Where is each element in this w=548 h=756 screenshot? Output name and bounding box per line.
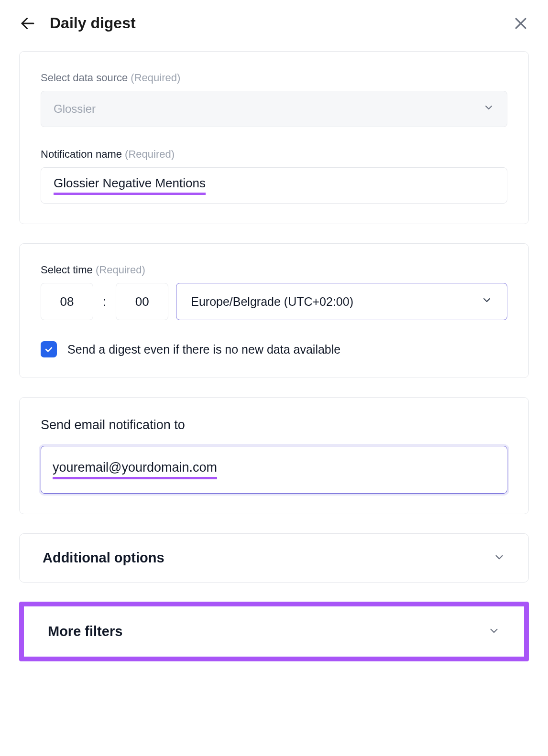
time-row: 08 : 00 Europe/Belgrade (UTC+02:00) (41, 283, 507, 320)
more-filters-toggle[interactable]: More filters (25, 607, 523, 656)
digest-checkbox-label: Send a digest even if there is no new da… (67, 343, 340, 356)
select-time-label: Select time (41, 264, 93, 276)
chevron-down-icon (481, 294, 493, 309)
notification-name-label-row: Notification name (Required) (41, 148, 507, 161)
data-source-select[interactable]: Glossier (41, 91, 507, 127)
hour-input[interactable]: 08 (41, 283, 93, 320)
header-left: Daily digest (19, 14, 136, 32)
more-filters-highlight: More filters (19, 602, 529, 661)
digest-checkbox-row: Send a digest even if there is no new da… (41, 341, 507, 357)
chevron-down-icon (493, 551, 505, 565)
timezone-value: Europe/Belgrade (UTC+02:00) (191, 295, 353, 309)
hour-value: 08 (60, 294, 74, 309)
chevron-down-icon (483, 102, 494, 116)
data-source-label: Select data source (41, 72, 128, 84)
notification-name-required: (Required) (125, 148, 175, 160)
chevron-down-icon (488, 625, 500, 639)
notification-name-value: Glossier Negative Mentions (54, 176, 206, 195)
digest-checkbox[interactable] (41, 341, 57, 357)
data-source-value: Glossier (54, 102, 96, 116)
back-arrow-icon[interactable] (19, 15, 36, 32)
minute-value: 00 (135, 294, 149, 309)
additional-options-label: Additional options (43, 550, 164, 566)
select-time-label-row: Select time (Required) (41, 264, 507, 276)
notification-name-label: Notification name (41, 148, 122, 160)
select-time-required: (Required) (96, 264, 145, 276)
data-source-required: (Required) (131, 72, 180, 84)
card-data-source: Select data source (Required) Glossier N… (19, 51, 529, 224)
data-source-label-row: Select data source (Required) (41, 72, 507, 84)
more-filters-label: More filters (48, 624, 122, 639)
email-label: Send email notification to (41, 418, 507, 432)
header: Daily digest (19, 14, 529, 32)
notification-name-input[interactable]: Glossier Negative Mentions (41, 167, 507, 204)
email-input[interactable]: youremail@yourdomain.com (41, 446, 507, 494)
email-value: youremail@yourdomain.com (53, 460, 217, 479)
close-icon[interactable] (513, 15, 529, 32)
card-email: Send email notification to youremail@you… (19, 397, 529, 514)
field-notification-name: Notification name (Required) Glossier Ne… (41, 148, 507, 204)
card-time: Select time (Required) 08 : 00 Europe/Be… (19, 243, 529, 378)
page-title: Daily digest (50, 14, 136, 32)
field-data-source: Select data source (Required) Glossier (41, 72, 507, 127)
additional-options-toggle[interactable]: Additional options (19, 533, 529, 583)
time-colon: : (101, 294, 108, 309)
minute-input[interactable]: 00 (116, 283, 168, 320)
timezone-select[interactable]: Europe/Belgrade (UTC+02:00) (176, 283, 507, 320)
